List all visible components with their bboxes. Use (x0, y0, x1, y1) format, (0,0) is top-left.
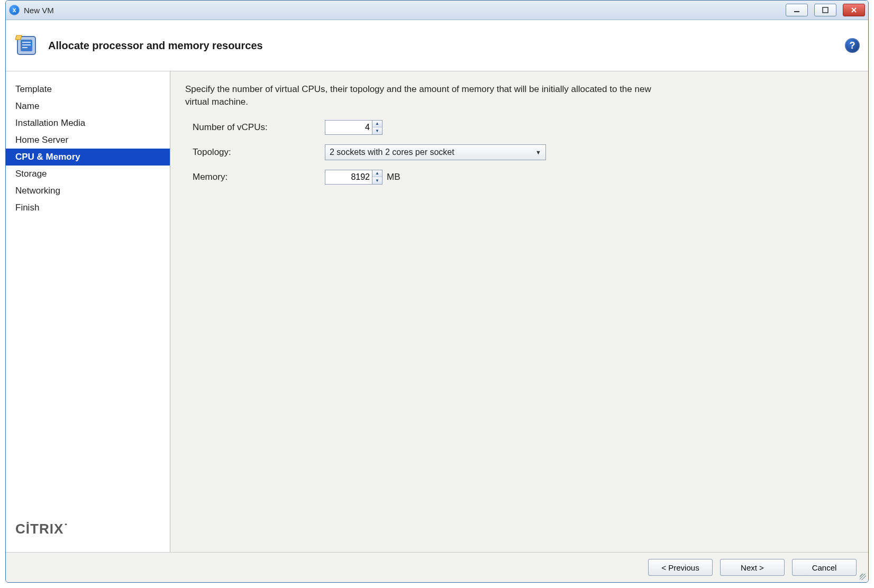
previous-button[interactable]: < Previous (648, 559, 713, 576)
vcpu-input[interactable] (325, 121, 372, 134)
topology-label: Topology: (185, 147, 325, 158)
svg-rect-1 (823, 7, 828, 13)
svg-rect-8 (22, 47, 28, 48)
wizard-header: Allocate processor and memory resources … (6, 20, 868, 71)
minimize-button[interactable] (786, 4, 808, 16)
sidebar-item-name[interactable]: Name (6, 98, 170, 115)
sidebar-item-finish[interactable]: Finish (6, 199, 170, 216)
maximize-icon (822, 6, 829, 14)
close-button[interactable] (843, 4, 865, 16)
svg-rect-6 (22, 42, 31, 43)
vcpu-down-icon[interactable]: ▼ (372, 127, 382, 134)
resize-grip-icon[interactable] (860, 574, 866, 580)
topology-combobox[interactable]: 2 sockets with 2 cores per socket ▼ (325, 144, 546, 160)
vcpu-row: Number of vCPUs: ▲ ▼ (185, 120, 853, 135)
wizard-footer: < Previous Next > Cancel (6, 552, 868, 582)
topology-row: Topology: 2 sockets with 2 cores per soc… (185, 144, 853, 160)
titlebar: x New VM (6, 1, 868, 20)
vcpu-up-icon[interactable]: ▲ (372, 121, 382, 128)
memory-row: Memory: ▲ ▼ MB (185, 170, 853, 185)
wizard-content: Specify the number of virtual CPUs, thei… (170, 71, 868, 552)
svg-marker-9 (15, 35, 22, 40)
sidebar-item-storage[interactable]: Storage (6, 166, 170, 182)
window-title: New VM (24, 6, 54, 15)
wizard-sidebar: TemplateNameInstallation MediaHome Serve… (6, 71, 170, 552)
page-icon (14, 33, 39, 58)
memory-down-icon[interactable]: ▼ (372, 177, 382, 184)
chevron-down-icon: ▼ (535, 149, 541, 155)
memory-input[interactable] (325, 170, 372, 184)
minimize-icon (793, 6, 800, 14)
svg-rect-7 (22, 44, 31, 45)
wizard-window: x New VM (5, 0, 869, 583)
step-description: Specify the number of virtual CPUs, thei… (185, 83, 672, 108)
sidebar-item-template[interactable]: Template (6, 81, 170, 98)
cancel-button[interactable]: Cancel (792, 559, 857, 576)
vcpu-spinner[interactable]: ▲ ▼ (325, 120, 383, 135)
app-icon: x (9, 5, 20, 15)
next-button[interactable]: Next > (720, 559, 785, 576)
sidebar-item-networking[interactable]: Networking (6, 182, 170, 199)
vcpu-label: Number of vCPUs: (185, 122, 325, 133)
sidebar-item-home-server[interactable]: Home Server (6, 132, 170, 149)
maximize-button[interactable] (814, 4, 836, 16)
page-title: Allocate processor and memory resources (48, 40, 263, 52)
memory-spinner[interactable]: ▲ ▼ (325, 170, 383, 185)
help-button[interactable]: ? (845, 38, 860, 53)
memory-unit: MB (387, 172, 400, 182)
sidebar-item-installation-media[interactable]: Installation Media (6, 115, 170, 132)
brand-logo: CİTRIX˙ (6, 521, 170, 552)
memory-up-icon[interactable]: ▲ (372, 170, 382, 178)
topology-value: 2 sockets with 2 cores per socket (330, 148, 454, 157)
close-icon (850, 6, 858, 14)
help-icon: ? (850, 40, 855, 51)
sidebar-item-cpu-memory[interactable]: CPU & Memory (6, 149, 170, 166)
memory-label: Memory: (185, 172, 325, 182)
